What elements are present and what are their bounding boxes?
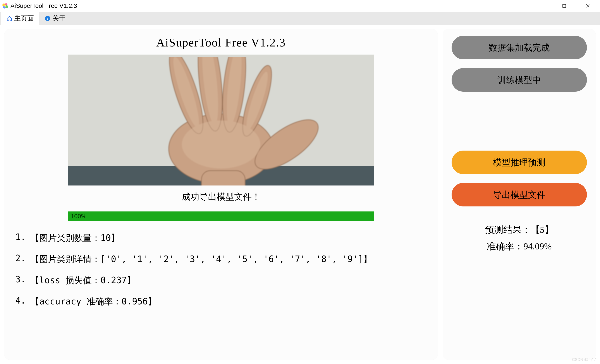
progress-label: 100%: [71, 213, 87, 220]
log-num: 4.: [15, 296, 30, 308]
log-num: 3.: [15, 274, 30, 286]
log-list: 1. 【图片类别数量：10】 2. 【图片类别详情：['0', '1', '2'…: [11, 232, 431, 317]
window-controls: [535, 1, 598, 10]
maximize-button[interactable]: [559, 1, 570, 10]
log-text: 【图片类别详情：['0', '1', '2', '3', '4', '5', '…: [30, 253, 372, 265]
spacer: [451, 100, 587, 150]
tab-home-label: 主页面: [14, 14, 34, 23]
home-icon: [6, 16, 12, 22]
main-panel: AiSuperTool Free V1.2.3: [4, 29, 438, 360]
log-text: 【loss 损失值：0.237】: [30, 274, 136, 286]
tab-about[interactable]: i 关于: [39, 12, 71, 25]
close-button[interactable]: [582, 1, 593, 10]
log-item: 1. 【图片类别数量：10】: [15, 232, 431, 244]
content-area: AiSuperTool Free V1.2.3: [0, 25, 600, 364]
export-model-button[interactable]: 导出模型文件: [451, 183, 587, 206]
preview-image: [68, 55, 374, 186]
toolbar: 主页面 i 关于: [0, 12, 600, 25]
svg-rect-6: [563, 4, 566, 7]
svg-text:i: i: [47, 16, 48, 21]
side-panel: 数据集加载完成 训练模型中 模型推理预测 导出模型文件 预测结果：【5】 准确率…: [443, 29, 596, 360]
status-text: 成功导出模型文件！: [11, 191, 431, 203]
log-item: 2. 【图片类别详情：['0', '1', '2', '3', '4', '5'…: [15, 253, 431, 265]
page-title: AiSuperTool Free V1.2.3: [11, 36, 431, 49]
log-text: 【accuracy 准确率：0.956】: [30, 296, 157, 308]
predict-result: 预测结果：【5】: [451, 222, 587, 238]
log-item: 3. 【loss 损失值：0.237】: [15, 274, 431, 286]
svg-point-22: [182, 121, 260, 168]
predict-accuracy: 准确率：94.09%: [451, 238, 587, 255]
log-num: 1.: [15, 232, 30, 244]
result-block: 预测结果：【5】 准确率：94.09%: [451, 222, 587, 255]
log-text: 【图片类别数量：10】: [30, 232, 120, 244]
titlebar: AiSuperTool Free V1.2.3: [0, 0, 600, 12]
minimize-button[interactable]: [535, 1, 546, 10]
log-item: 4. 【accuracy 准确率：0.956】: [15, 296, 431, 308]
window-title: AiSuperTool Free V1.2.3: [10, 2, 77, 9]
tab-about-label: 关于: [52, 14, 66, 23]
app-icon: [2, 2, 9, 9]
progress-bar: 100%: [68, 211, 374, 221]
watermark: CSDN @百宝: [572, 357, 596, 362]
tab-home[interactable]: 主页面: [1, 12, 39, 25]
svg-rect-12: [201, 171, 245, 186]
log-num: 2.: [15, 253, 30, 265]
info-icon: i: [45, 15, 51, 21]
predict-button[interactable]: 模型推理预测: [451, 150, 587, 174]
svg-point-4: [4, 5, 6, 7]
load-dataset-button[interactable]: 数据集加载完成: [451, 36, 587, 59]
train-model-button[interactable]: 训练模型中: [451, 68, 587, 92]
